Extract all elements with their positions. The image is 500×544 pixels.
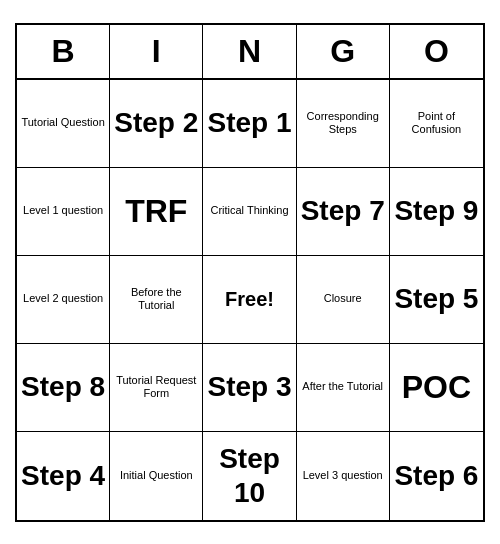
- bingo-cell: Step 5: [390, 256, 483, 344]
- cell-content: Step 2: [114, 106, 198, 140]
- bingo-header: BINGO: [17, 25, 483, 80]
- cell-content: Step 6: [394, 459, 478, 493]
- cell-content: Before the Tutorial: [114, 286, 198, 312]
- bingo-cell: Before the Tutorial: [110, 256, 203, 344]
- header-letter: B: [17, 25, 110, 78]
- cell-content: Step 1: [207, 106, 291, 140]
- cell-content: POC: [402, 368, 471, 406]
- header-letter: O: [390, 25, 483, 78]
- cell-content: Step 4: [21, 459, 105, 493]
- cell-content: Step 3: [207, 370, 291, 404]
- cell-content: Initial Question: [120, 469, 193, 482]
- bingo-cell: Step 8: [17, 344, 110, 432]
- cell-content: Level 2 question: [23, 292, 103, 305]
- cell-content: Level 1 question: [23, 204, 103, 217]
- bingo-cell: Step 3: [203, 344, 296, 432]
- bingo-cell: After the Tutorial: [297, 344, 390, 432]
- bingo-cell: Critical Thinking: [203, 168, 296, 256]
- cell-content: Step 5: [394, 282, 478, 316]
- cell-content: Step 7: [301, 194, 385, 228]
- bingo-cell: Step 10: [203, 432, 296, 520]
- bingo-cell: Corresponding Steps: [297, 80, 390, 168]
- header-letter: G: [297, 25, 390, 78]
- bingo-cell: POC: [390, 344, 483, 432]
- cell-content: Closure: [324, 292, 362, 305]
- bingo-cell: Step 6: [390, 432, 483, 520]
- bingo-cell: Closure: [297, 256, 390, 344]
- bingo-cell: Level 2 question: [17, 256, 110, 344]
- cell-content: Level 3 question: [303, 469, 383, 482]
- bingo-card: BINGO Tutorial QuestionStep 2Step 1Corre…: [15, 23, 485, 522]
- cell-content: Step 9: [394, 194, 478, 228]
- cell-content: Step 10: [207, 442, 291, 509]
- cell-content: Point of Confusion: [394, 110, 479, 136]
- cell-content: Tutorial Question: [21, 116, 104, 129]
- header-letter: I: [110, 25, 203, 78]
- bingo-cell: Level 1 question: [17, 168, 110, 256]
- bingo-cell: Tutorial Request Form: [110, 344, 203, 432]
- cell-content: After the Tutorial: [302, 380, 383, 393]
- cell-content: Tutorial Request Form: [114, 374, 198, 400]
- cell-content: Free!: [225, 287, 274, 311]
- bingo-cell: Step 9: [390, 168, 483, 256]
- header-letter: N: [203, 25, 296, 78]
- bingo-cell: Step 4: [17, 432, 110, 520]
- bingo-cell: Tutorial Question: [17, 80, 110, 168]
- cell-content: Step 8: [21, 370, 105, 404]
- bingo-cell: Point of Confusion: [390, 80, 483, 168]
- bingo-grid: Tutorial QuestionStep 2Step 1Correspondi…: [17, 80, 483, 520]
- bingo-cell: TRF: [110, 168, 203, 256]
- bingo-cell: Free!: [203, 256, 296, 344]
- cell-content: TRF: [125, 192, 187, 230]
- bingo-cell: Step 2: [110, 80, 203, 168]
- bingo-cell: Step 1: [203, 80, 296, 168]
- cell-content: Critical Thinking: [210, 204, 288, 217]
- bingo-cell: Step 7: [297, 168, 390, 256]
- bingo-cell: Initial Question: [110, 432, 203, 520]
- cell-content: Corresponding Steps: [301, 110, 385, 136]
- bingo-cell: Level 3 question: [297, 432, 390, 520]
